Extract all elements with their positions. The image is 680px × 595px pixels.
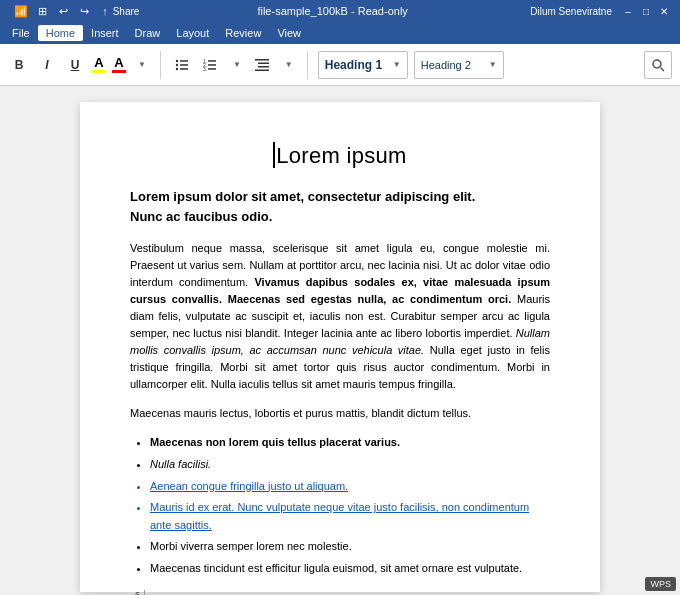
y-label: 6	[135, 590, 140, 595]
menu-insert[interactable]: Insert	[83, 25, 127, 41]
share-label[interactable]: Share	[117, 2, 135, 20]
svg-line-17	[661, 67, 665, 71]
cursor-before-title	[273, 142, 275, 168]
indent-dropdown[interactable]: ▼	[279, 58, 297, 71]
list-item: Aenean congue fringilla justo ut aliquam…	[150, 478, 550, 496]
svg-rect-11	[208, 68, 216, 70]
menu-review[interactable]: Review	[217, 25, 269, 41]
heading2-label: Heading 2	[421, 59, 487, 71]
list-item: Mauris id ex erat. Nunc vulputate neque …	[150, 499, 550, 534]
font-a-label: A	[114, 56, 123, 70]
heading2-style-selector[interactable]: Heading 2 ▼	[414, 51, 504, 79]
svg-point-0	[176, 59, 178, 61]
list-item: Maecenas tincidunt est efficitur ligula …	[150, 560, 550, 578]
font-color-dropdown[interactable]: ▼	[132, 58, 150, 71]
document-page: Lorem ipsum Lorem ipsum dolor sit amet, …	[80, 102, 600, 592]
svg-point-2	[176, 63, 178, 65]
maximize-button[interactable]: □	[638, 3, 654, 19]
menu-bar: File Home Insert Draw Layout Review View	[0, 22, 680, 44]
svg-rect-12	[255, 59, 269, 61]
numbered-list-button[interactable]: 1. 2. 3.	[199, 54, 221, 76]
quick-access-toolbar: 📶 ⊞ ↩ ↪ ↑ Share	[12, 2, 135, 20]
title-filename: file-sample_100kB - Read-only	[257, 5, 407, 17]
svg-point-4	[176, 67, 178, 69]
document-area[interactable]: Lorem ipsum Lorem ipsum dolor sit amet, …	[0, 86, 680, 595]
list-item: Nulla facilisi.	[150, 456, 550, 474]
document-title: Lorem ipsum	[130, 142, 550, 169]
chart-bars	[144, 590, 266, 595]
chart-container: 12 10 8 6	[130, 590, 550, 595]
svg-rect-1	[180, 60, 188, 62]
highlight-color-button[interactable]: A	[92, 56, 106, 73]
list-chevron-icon: ▼	[233, 60, 241, 69]
document-subtitle: Lorem ipsum dolor sit amet, consectetur …	[130, 187, 550, 226]
separator-1	[160, 51, 161, 79]
indent-increase-button[interactable]	[251, 54, 273, 76]
title-bar-right: Dilum Seneviratne – □ ✕	[530, 3, 672, 19]
menu-view[interactable]: View	[269, 25, 309, 41]
svg-rect-7	[208, 60, 216, 62]
menu-draw[interactable]: Draw	[127, 25, 169, 41]
svg-point-16	[653, 60, 661, 68]
heading1-label: Heading 1	[325, 58, 391, 72]
menu-layout[interactable]: Layout	[168, 25, 217, 41]
bullet-list-button[interactable]	[171, 54, 193, 76]
bold-button[interactable]: B	[8, 54, 30, 76]
window-controls: – □ ✕	[620, 3, 672, 19]
title-bar: 📶 ⊞ ↩ ↪ ↑ Share file-sample_100kB - Read…	[0, 0, 680, 22]
svg-rect-9	[208, 64, 216, 65]
highlight-a-label: A	[94, 56, 103, 70]
share-icon[interactable]: ↑	[96, 2, 114, 20]
font-color-button[interactable]: A	[112, 56, 126, 73]
heading1-chevron-icon: ▼	[393, 60, 401, 69]
wifi-icon: 📶	[12, 2, 30, 20]
minimize-button[interactable]: –	[620, 3, 636, 19]
wps-badge: WPS	[645, 577, 676, 591]
svg-text:3.: 3.	[203, 66, 207, 72]
title-bar-text: file-sample_100kB - Read-only	[135, 5, 530, 17]
username: Dilum Seneviratne	[530, 6, 612, 17]
svg-rect-5	[180, 68, 188, 70]
separator-2	[307, 51, 308, 79]
svg-rect-14	[258, 66, 269, 68]
menu-file[interactable]: File	[4, 25, 38, 41]
chevron-down-icon: ▼	[138, 60, 146, 69]
svg-rect-3	[180, 64, 188, 65]
svg-rect-13	[258, 62, 269, 64]
svg-rect-15	[255, 69, 269, 71]
menu-home[interactable]: Home	[38, 25, 83, 41]
search-button[interactable]	[644, 51, 672, 79]
list-item: Morbi viverra semper lorem nec molestie.	[150, 538, 550, 556]
chart-bars-area	[144, 590, 266, 595]
underline-button[interactable]: U	[64, 54, 86, 76]
chart-y-axis: 12 10 8 6	[130, 590, 140, 595]
document-intro-line: Maecenas mauris lectus, lobortis et puru…	[130, 405, 550, 422]
close-button[interactable]: ✕	[656, 3, 672, 19]
font-color-bar	[112, 70, 126, 73]
italic-button[interactable]: I	[36, 54, 58, 76]
bullet-list: Maecenas non lorem quis tellus placerat …	[150, 434, 550, 577]
ribbon: B I U A A ▼ 1. 2. 3. ▼	[0, 44, 680, 86]
heading2-chevron-icon: ▼	[489, 60, 497, 69]
grid-icon[interactable]: ⊞	[33, 2, 51, 20]
list-dropdown[interactable]: ▼	[227, 58, 245, 71]
heading1-style-selector[interactable]: Heading 1 ▼	[318, 51, 408, 79]
list-item: Maecenas non lorem quis tellus placerat …	[150, 434, 550, 452]
undo-icon[interactable]: ↩	[54, 2, 72, 20]
highlight-color-bar	[92, 70, 106, 73]
document-body-paragraph: Vestibulum neque massa, scelerisque sit …	[130, 240, 550, 393]
redo-icon[interactable]: ↪	[75, 2, 93, 20]
indent-chevron-icon: ▼	[285, 60, 293, 69]
